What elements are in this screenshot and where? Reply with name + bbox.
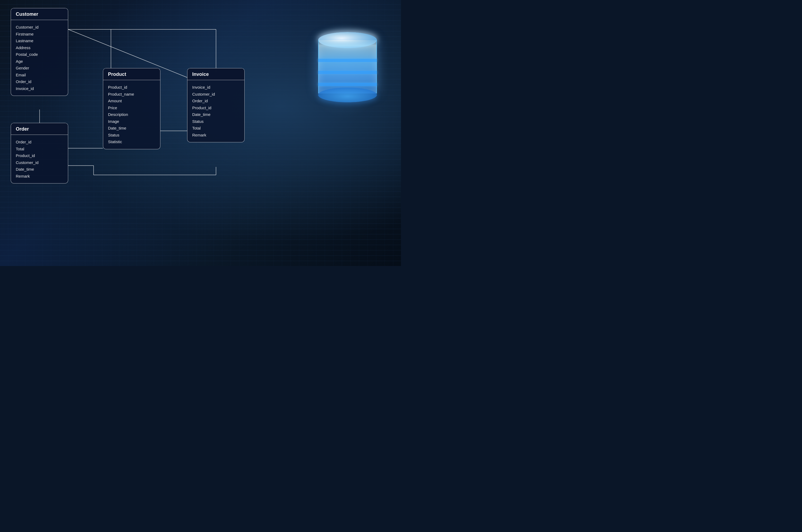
field-order-id: Order_id bbox=[192, 97, 239, 104]
field-firstname: Firstname bbox=[16, 31, 63, 38]
field-lastname: Lastname bbox=[16, 37, 63, 44]
cylinder-stripe-3 bbox=[318, 83, 377, 86]
order-table-title: Order bbox=[11, 123, 68, 135]
field-status: Status bbox=[108, 132, 155, 139]
field-total: Total bbox=[192, 125, 239, 132]
field-date-time: Date_time bbox=[192, 111, 239, 118]
field-order-id: Order_id bbox=[16, 139, 63, 146]
db-cylinder bbox=[313, 27, 382, 107]
field-customer-id: Customer_id bbox=[16, 24, 63, 31]
field-product-name: Product_name bbox=[108, 91, 155, 98]
field-total: Total bbox=[16, 146, 63, 152]
customer-table-title: Customer bbox=[11, 8, 68, 20]
product-table: Product Product_id Product_name Amount P… bbox=[103, 68, 160, 149]
cylinder-stripe-1 bbox=[318, 59, 377, 62]
field-status: Status bbox=[192, 118, 239, 125]
field-invoice-id: Invoice_id bbox=[16, 85, 63, 92]
field-remark: Remark bbox=[16, 173, 63, 180]
database-icon bbox=[310, 27, 385, 112]
customer-table-body: Customer_id Firstname Lastname Address P… bbox=[11, 20, 68, 96]
order-table-body: Order_id Total Product_id Customer_id Da… bbox=[11, 135, 68, 183]
field-order-id: Order_id bbox=[16, 78, 63, 85]
invoice-table-body: Invoice_id Customer_id Order_id Product_… bbox=[187, 80, 244, 142]
customer-table: Customer Customer_id Firstname Lastname … bbox=[11, 8, 68, 96]
invoice-table: Invoice Invoice_id Customer_id Order_id … bbox=[187, 68, 244, 142]
field-price: Price bbox=[108, 104, 155, 111]
product-table-title: Product bbox=[103, 69, 160, 80]
field-description: Description bbox=[108, 111, 155, 118]
field-statistic: Statistic bbox=[108, 138, 155, 145]
invoice-table-title: Invoice bbox=[187, 69, 244, 80]
cylinder-stripe-2 bbox=[318, 71, 377, 74]
field-product-id: Product_id bbox=[108, 84, 155, 91]
product-table-body: Product_id Product_name Amount Price Des… bbox=[103, 80, 160, 149]
cylinder-bottom bbox=[318, 88, 377, 102]
order-table: Order Order_id Total Product_id Customer… bbox=[11, 123, 68, 184]
field-date-time: Date_time bbox=[108, 125, 155, 132]
field-date-time: Date_time bbox=[16, 166, 63, 173]
field-customer-id: Customer_id bbox=[16, 159, 63, 166]
field-postal-code: Postal_code bbox=[16, 51, 63, 58]
field-email: Email bbox=[16, 72, 63, 78]
field-remark: Remark bbox=[192, 132, 239, 139]
field-image: Image bbox=[108, 118, 155, 125]
field-gender: Gender bbox=[16, 64, 63, 72]
field-product-id: Product_id bbox=[192, 104, 239, 111]
main-content: Customer Customer_id Firstname Lastname … bbox=[0, 0, 401, 266]
field-address: Address bbox=[16, 44, 63, 51]
field-customer-id: Customer_id bbox=[192, 91, 239, 98]
field-product-id: Product_id bbox=[16, 152, 63, 159]
field-invoice-id: Invoice_id bbox=[192, 84, 239, 91]
field-amount: Amount bbox=[108, 97, 155, 104]
field-age: Age bbox=[16, 58, 63, 65]
